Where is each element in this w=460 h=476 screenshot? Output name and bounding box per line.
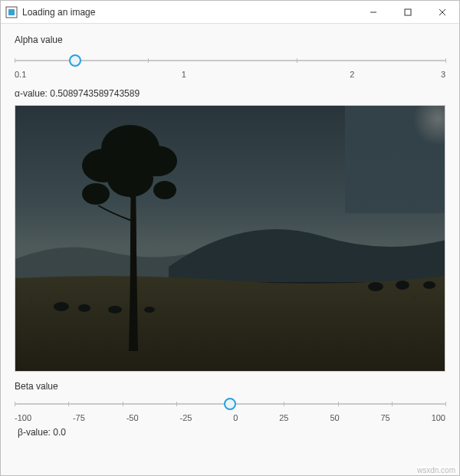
tick-label: 25 bbox=[279, 413, 288, 422]
tick-label: 3 bbox=[441, 70, 445, 79]
beta-tick-labels: -100 -75 -50 -25 0 25 50 75 100 bbox=[15, 413, 445, 422]
tick-label: 1 bbox=[182, 70, 186, 79]
beta-label: Beta value bbox=[15, 381, 445, 392]
maximize-button[interactable] bbox=[390, 1, 425, 24]
tick-label: 100 bbox=[432, 413, 445, 422]
app-window: Loading an image Alpha value 0.1 1 2 3 α… bbox=[0, 0, 460, 476]
alpha-label: Alpha value bbox=[15, 34, 445, 45]
beta-slider[interactable] bbox=[15, 396, 445, 412]
slider-tick bbox=[68, 402, 69, 406]
slider-tick bbox=[297, 58, 297, 63]
svg-rect-3 bbox=[405, 9, 411, 15]
slider-tick bbox=[284, 402, 284, 406]
landscape-image bbox=[15, 106, 445, 372]
slider-tick bbox=[15, 58, 15, 63]
tick-label: -50 bbox=[127, 413, 139, 422]
tick-label: -100 bbox=[15, 413, 31, 422]
slider-tick bbox=[338, 402, 339, 406]
close-button[interactable] bbox=[425, 1, 459, 24]
tick-label: 0.1 bbox=[15, 70, 26, 79]
slider-tick bbox=[15, 402, 15, 406]
slider-tick bbox=[445, 58, 446, 63]
tick-label: 50 bbox=[330, 413, 339, 422]
alpha-tick-labels: 0.1 1 2 3 bbox=[15, 70, 445, 79]
slider-tick bbox=[392, 402, 393, 406]
slider-tick bbox=[445, 402, 446, 406]
svg-rect-29 bbox=[15, 106, 445, 372]
tick-label: 75 bbox=[381, 413, 390, 422]
svg-rect-1 bbox=[8, 9, 15, 15]
slider-tick bbox=[148, 58, 149, 63]
content-area: Alpha value 0.1 1 2 3 α-value: 0.5089743… bbox=[1, 24, 459, 475]
beta-section: Beta value -100 -75 -50 -25 0 25 bbox=[15, 381, 445, 438]
slider-tick bbox=[123, 402, 123, 406]
alpha-value-text: α-value: 0.5089743589743589 bbox=[15, 88, 445, 99]
minimize-button[interactable] bbox=[356, 1, 390, 24]
alpha-slider[interactable] bbox=[15, 53, 445, 68]
tick-label: 2 bbox=[350, 70, 354, 79]
app-icon bbox=[5, 6, 18, 18]
image-view bbox=[15, 105, 445, 372]
watermark: wsxdn.com bbox=[416, 466, 457, 474]
title-bar: Loading an image bbox=[1, 1, 459, 24]
tick-label: 0 bbox=[233, 413, 238, 422]
tick-label: -25 bbox=[179, 413, 192, 422]
tick-label: -75 bbox=[73, 413, 85, 422]
alpha-slider-thumb[interactable] bbox=[69, 54, 81, 67]
beta-value-text: β-value: 0.0 bbox=[18, 427, 445, 438]
beta-slider-thumb[interactable] bbox=[224, 398, 236, 410]
slider-tick bbox=[176, 402, 177, 406]
window-title: Loading an image bbox=[22, 7, 95, 18]
